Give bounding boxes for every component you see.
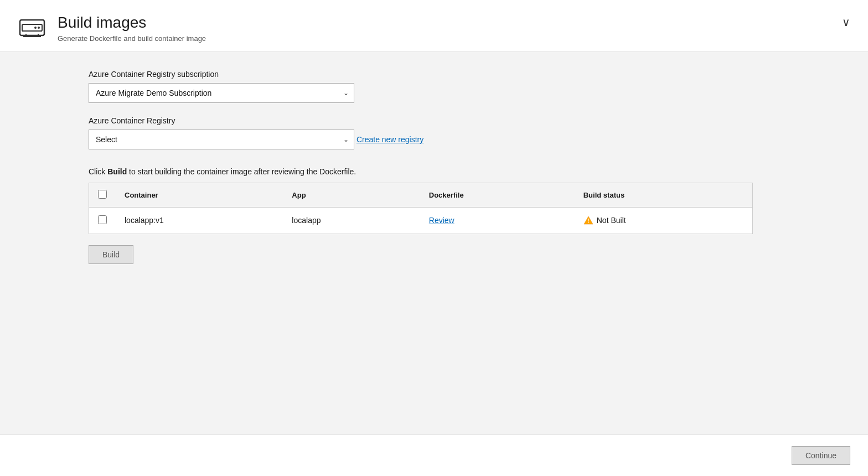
page-subtitle: Generate Dockerfile and build container … (58, 34, 206, 43)
subscription-select[interactable]: Azure Migrate Demo Subscription (89, 83, 354, 103)
build-status-container: ! Not Built (583, 215, 743, 225)
column-header-dockerfile: Dockerfile (420, 183, 575, 207)
row-checkbox[interactable] (98, 215, 107, 224)
create-registry-link[interactable]: Create new registry (356, 135, 423, 144)
subscription-field-group: Azure Container Registry subscription Az… (89, 70, 808, 103)
build-table: Container App Dockerfile Build status lo… (89, 183, 753, 234)
header-text-group: Build images Generate Dockerfile and bui… (58, 13, 206, 43)
column-header-container: Container (116, 183, 283, 207)
registry-label: Azure Container Registry (89, 116, 808, 125)
subscription-select-wrapper: Azure Migrate Demo Subscription ⌄ (89, 83, 354, 103)
main-content: Azure Container Registry subscription Az… (0, 52, 868, 434)
column-header-app: App (283, 183, 420, 207)
table-row: localapp:v1 localapp Review ! (89, 207, 753, 234)
table-header-row: Container App Dockerfile Build status (89, 183, 753, 207)
build-info-prefix: Click (89, 167, 107, 176)
select-all-checkbox[interactable] (98, 190, 107, 199)
row-container: localapp:v1 (116, 207, 283, 234)
collapse-button[interactable]: ∨ (842, 15, 850, 29)
subscription-label: Azure Container Registry subscription (89, 70, 808, 79)
svg-point-3 (38, 27, 40, 29)
row-dockerfile: Review (420, 207, 575, 234)
header-checkbox-cell (89, 183, 116, 207)
footer: Continue (0, 434, 868, 476)
registry-select-wrapper: Select ⌄ (89, 130, 354, 149)
build-info-bold: Build (107, 167, 127, 176)
form-section: Azure Container Registry subscription Az… (89, 70, 808, 264)
row-build-status: ! Not Built (575, 207, 753, 234)
svg-rect-0 (20, 20, 44, 35)
svg-point-4 (34, 27, 37, 29)
column-header-build-status: Build status (575, 183, 753, 207)
registry-field-group: Azure Container Registry Select ⌄ Create… (89, 116, 808, 149)
row-checkbox-cell (89, 207, 116, 234)
build-info-text: Click Build to start building the contai… (89, 167, 808, 176)
svg-text:!: ! (587, 218, 589, 224)
warning-icon: ! (583, 215, 593, 225)
build-button-row: Build (89, 245, 808, 264)
registry-select[interactable]: Select (89, 130, 354, 149)
page-title: Build images (58, 13, 206, 32)
continue-button[interactable]: Continue (792, 446, 850, 465)
review-link[interactable]: Review (429, 216, 454, 225)
page-header: Build images Generate Dockerfile and bui… (0, 0, 868, 52)
page-icon (18, 13, 46, 42)
row-app: localapp (283, 207, 420, 234)
build-status-text: Not Built (597, 216, 626, 225)
build-info-suffix: to start building the container image af… (127, 167, 356, 176)
build-button[interactable]: Build (89, 245, 133, 264)
